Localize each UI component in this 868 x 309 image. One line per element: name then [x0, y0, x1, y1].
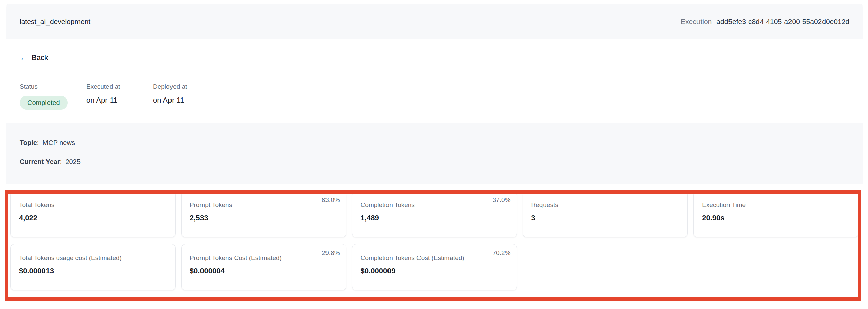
metric-label: Total Tokens	[19, 201, 167, 209]
input-current-year-label: Current Year	[20, 158, 60, 165]
status-badge: Completed	[20, 96, 68, 110]
execution-detail-panel: latest_ai_development Execution add5efe3…	[6, 4, 863, 309]
metric-percent: 29.8%	[322, 249, 340, 257]
metric-card-prompt-tokens-cost: 29.8% Prompt Tokens Cost (Estimated) $0.…	[181, 244, 346, 290]
executed-at-column: Executed at on Apr 11	[86, 83, 137, 110]
input-topic-line: Topic: MCP news	[20, 138, 849, 147]
input-current-year-separator: :	[60, 158, 62, 165]
metric-card-requests: Requests 3	[523, 191, 688, 237]
metric-percent: 70.2%	[493, 249, 511, 257]
back-label: Back	[32, 53, 48, 62]
metric-label: Total Tokens usage cost (Estimated)	[19, 254, 167, 262]
metric-card-total-tokens: Total Tokens 4,022	[10, 191, 176, 237]
metric-value: $0.000009	[361, 266, 509, 275]
executed-at-label: Executed at	[86, 83, 137, 90]
metric-percent: 63.0%	[322, 196, 340, 204]
metric-label: Requests	[531, 201, 679, 209]
input-current-year-value: 2025	[65, 158, 81, 165]
metric-label: Completion Tokens Cost (Estimated)	[361, 254, 509, 262]
input-topic-separator: :	[37, 139, 39, 146]
metric-label: Prompt Tokens	[190, 201, 338, 209]
metric-label: Execution Time	[702, 201, 850, 209]
back-arrow-icon: ←	[20, 54, 28, 62]
deployed-at-value: on Apr 11	[153, 96, 204, 105]
metric-value: $0.000004	[190, 266, 338, 275]
metric-percent: 37.0%	[493, 196, 511, 204]
metric-label: Completion Tokens	[361, 201, 509, 209]
inputs-section: Topic: MCP news Current Year: 2025	[6, 123, 863, 184]
metrics-section: Total Tokens 4,022 63.0% Prompt Tokens 2…	[6, 184, 863, 295]
execution-id-value: add5efe3-c8d4-4105-a200-55a02d0e012d	[716, 18, 849, 26]
metric-card-completion-tokens-cost: 70.2% Completion Tokens Cost (Estimated)…	[352, 244, 517, 290]
crew-name-title: latest_ai_development	[20, 18, 90, 26]
metric-card-execution-time: Execution Time 20.90s	[693, 191, 859, 237]
back-button[interactable]: ← Back	[20, 53, 48, 62]
status-row: Status Completed Executed at on Apr 11 D…	[20, 83, 849, 123]
metric-value: 4,022	[19, 214, 167, 222]
metric-card-completion-tokens: 37.0% Completion Tokens 1,489	[352, 191, 517, 237]
metric-card-prompt-tokens: 63.0% Prompt Tokens 2,533	[181, 191, 346, 237]
execution-summary-section: ← Back Status Completed Executed at on A…	[6, 39, 863, 123]
metric-value: 2,533	[190, 214, 338, 222]
metric-label: Prompt Tokens Cost (Estimated)	[190, 254, 338, 262]
metric-card-total-tokens-cost: Total Tokens usage cost (Estimated) $0.0…	[10, 244, 176, 290]
execution-id-group: Execution add5efe3-c8d4-4105-a200-55a02d…	[681, 18, 849, 26]
input-topic-label: Topic	[20, 139, 37, 146]
metric-value: 3	[531, 214, 679, 222]
metric-value: 1,489	[361, 214, 509, 222]
status-label: Status	[20, 83, 70, 90]
metric-value: 20.90s	[702, 214, 850, 222]
panel-header: latest_ai_development Execution add5efe3…	[6, 4, 863, 39]
execution-label: Execution	[681, 18, 712, 26]
input-current-year-line: Current Year: 2025	[20, 157, 849, 166]
deployed-at-column: Deployed at on Apr 11	[153, 83, 204, 110]
deployed-at-label: Deployed at	[153, 83, 204, 90]
executed-at-value: on Apr 11	[86, 96, 137, 105]
status-column: Status Completed	[20, 83, 70, 110]
metric-value: $0.000013	[19, 266, 167, 275]
input-topic-value: MCP news	[43, 139, 75, 146]
metrics-grid: Total Tokens 4,022 63.0% Prompt Tokens 2…	[10, 191, 859, 290]
